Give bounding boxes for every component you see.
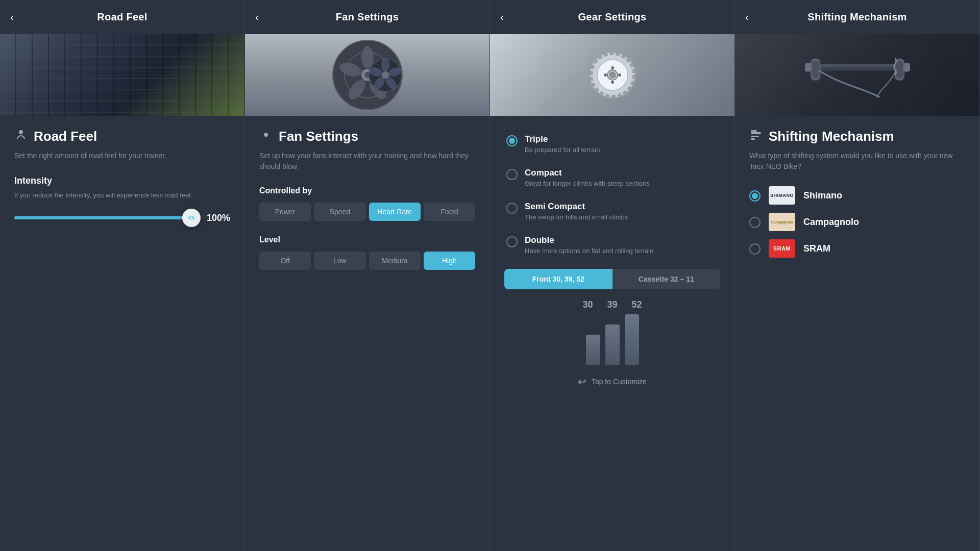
panel-gear-settings-title: Gear Settings	[578, 11, 647, 23]
gear-visualization: 30 39 52 ↩ Tap to Customize	[504, 299, 720, 388]
gear-options-list: Triple Be prepared for all terrain Compa…	[504, 128, 720, 261]
radio-double[interactable]	[506, 236, 518, 247]
gear-num-39: 39	[607, 299, 617, 310]
panel-gear-settings-header: ‹ Gear Settings	[490, 0, 734, 34]
road-feel-content: Road Feel Set the right amount of road f…	[0, 116, 244, 551]
btn-high[interactable]: High	[424, 252, 475, 270]
svg-rect-35	[751, 132, 761, 134]
gear-option-triple-desc: Be prepared for all terrain	[525, 146, 600, 154]
gear-option-double-desc: Have more options on flat and rolling te…	[525, 247, 653, 255]
btn-power[interactable]: Power	[259, 203, 311, 221]
controlled-by-label: Controlled by	[259, 186, 475, 195]
panel-fan-settings-title: Fan Settings	[336, 11, 399, 23]
shift-options-list: SHIMANO Shimano Campagnolo Campagnolo SR…	[749, 186, 965, 258]
gear-option-double[interactable]: Double Have more options on flat and rol…	[504, 229, 720, 261]
svg-point-24	[604, 73, 607, 77]
shift-option-campagnolo[interactable]: Campagnolo Campagnolo	[749, 213, 965, 231]
btn-off[interactable]: Off	[259, 252, 311, 270]
road-feel-title-text: Road Feel	[34, 129, 97, 144]
svg-point-3	[361, 46, 374, 68]
intensity-slider-container: <> 100%	[14, 213, 230, 223]
tap-customize-icon: ↩	[578, 375, 586, 388]
shift-option-sram[interactable]: SRAM SRAM	[749, 239, 965, 258]
gear-option-semi-compact[interactable]: Semi Compact The setup for hills and sma…	[504, 195, 720, 227]
svg-rect-32	[895, 61, 903, 78]
road-feel-desc: Set the right amount of road feel for yo…	[14, 151, 230, 161]
radio-compact[interactable]	[506, 169, 518, 180]
shift-option-shimano[interactable]: SHIMANO Shimano	[749, 186, 965, 205]
tap-customize[interactable]: ↩ Tap to Customize	[578, 375, 647, 388]
fan-settings-content: Fan Settings Set up how your fans intera…	[245, 116, 489, 551]
svg-point-23	[611, 81, 614, 84]
panel-road-feel-title: Road Feel	[97, 11, 147, 23]
btn-speed[interactable]: Speed	[314, 203, 365, 221]
intensity-slider-thumb[interactable]: <>	[182, 209, 201, 227]
fan-settings-desc: Set up how your fans interact with your …	[259, 151, 475, 172]
svg-point-22	[611, 66, 614, 69]
shifting-desc: What type of shifting system would you l…	[749, 151, 965, 172]
intensity-desc: If you reduce the intensity, you will ex…	[14, 190, 230, 201]
hero-shifting-mechanism	[735, 34, 979, 116]
shimano-logo-text: SHIMANO	[770, 193, 794, 198]
fan-settings-title-text: Fan Settings	[279, 129, 358, 144]
gear-option-compact[interactable]: Compact Great for longer climbs with ste…	[504, 162, 720, 193]
radio-triple[interactable]	[506, 135, 518, 146]
panel-shifting-mechanism: ‹ Shifting Mechanism	[735, 0, 980, 551]
back-arrow-road-feel[interactable]: ‹	[10, 11, 14, 23]
sram-logo-text: SRAM	[773, 245, 791, 252]
btn-low[interactable]: Low	[314, 252, 365, 270]
back-arrow-fan-settings[interactable]: ‹	[255, 11, 259, 23]
tab-cassette[interactable]: Cassette 32 – 11	[612, 269, 721, 289]
sram-brand-name: SRAM	[803, 243, 830, 254]
gear-bar-39	[605, 324, 620, 365]
radio-campagnolo[interactable]	[749, 217, 761, 228]
panel-shifting-mechanism-header: ‹ Shifting Mechanism	[735, 0, 979, 34]
back-arrow-gear-settings[interactable]: ‹	[500, 11, 504, 23]
panel-shifting-mechanism-title: Shifting Mechanism	[807, 11, 906, 23]
shimano-brand-name: Shimano	[803, 190, 842, 201]
level-label: Level	[259, 235, 475, 244]
svg-point-0	[19, 130, 23, 134]
gear-option-double-label: Double	[525, 235, 653, 245]
gear-option-triple-label: Triple	[525, 134, 600, 144]
radio-sram[interactable]	[749, 243, 761, 255]
intensity-section: Intensity If you reduce the intensity, y…	[14, 176, 230, 223]
intensity-label: Intensity	[14, 176, 230, 186]
gear-option-semi-compact-text: Semi Compact The setup for hills and sma…	[525, 202, 628, 221]
panel-road-feel: ‹ Road Feel Road Feel Set the right amou…	[0, 0, 245, 551]
radio-shimano-inner	[752, 193, 758, 199]
svg-point-16	[382, 71, 389, 79]
gear-num-30: 30	[582, 299, 593, 310]
hero-fan-settings	[245, 34, 489, 116]
btn-medium[interactable]: Medium	[369, 252, 421, 270]
gear-settings-content: Triple Be prepared for all terrain Compa…	[490, 116, 734, 551]
svg-rect-38	[751, 138, 755, 140]
intensity-value: 100%	[205, 213, 230, 223]
svg-point-25	[618, 73, 621, 77]
btn-heart-rate[interactable]: Heart Rate	[369, 203, 421, 221]
controlled-by-buttons: Power Speed Heart Rate Fixed	[259, 203, 475, 221]
radio-shimano[interactable]	[749, 190, 761, 202]
gear-option-compact-text: Compact Great for longer climbs with ste…	[525, 168, 650, 187]
panel-gear-settings: ‹ Gear Settings	[490, 0, 735, 551]
panel-road-feel-header: ‹ Road Feel	[0, 0, 244, 34]
svg-rect-34	[903, 63, 910, 71]
fan-wheel-svg	[332, 39, 403, 111]
tab-front[interactable]: Front 30, 39, 52	[504, 269, 612, 289]
campagnolo-logo-text: Campagnolo	[771, 220, 793, 224]
fan-settings-section-title: Fan Settings	[259, 128, 475, 144]
gear-num-52: 52	[632, 299, 642, 310]
gear-option-semi-compact-desc: The setup for hills and small climbs	[525, 213, 628, 221]
radio-semi-compact[interactable]	[506, 203, 518, 214]
gear-option-semi-compact-label: Semi Compact	[525, 202, 628, 212]
campagnolo-logo: Campagnolo	[769, 213, 795, 231]
btn-fixed[interactable]: Fixed	[424, 203, 475, 221]
road-feel-section-title: Road Feel	[14, 128, 230, 144]
svg-point-11	[381, 58, 389, 72]
back-arrow-shifting[interactable]: ‹	[745, 11, 749, 23]
panels-container: ‹ Road Feel Road Feel Set the right amou…	[0, 0, 980, 551]
gear-bars-container	[586, 314, 639, 365]
intensity-slider-track[interactable]: <>	[14, 216, 199, 219]
campagnolo-brand-name: Campagnolo	[803, 217, 859, 228]
gear-option-triple[interactable]: Triple Be prepared for all terrain	[504, 128, 720, 160]
